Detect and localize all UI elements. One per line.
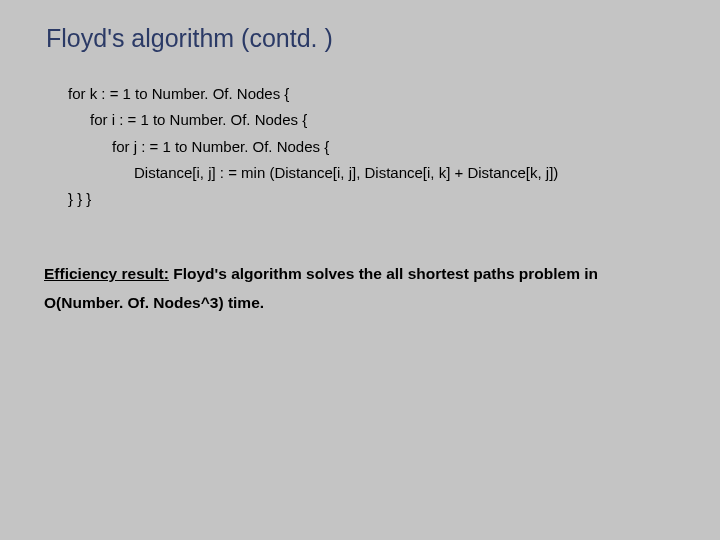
code-line-4: Distance[i, j] : = min (Distance[i, j], … xyxy=(68,160,676,186)
code-close-braces: } } } xyxy=(68,186,676,212)
code-line-1: for k : = 1 to Number. Of. Nodes { xyxy=(68,81,676,107)
code-line-3: for j : = 1 to Number. Of. Nodes { xyxy=(68,134,676,160)
efficiency-paragraph: Efficiency result: Floyd's algorithm sol… xyxy=(44,260,676,317)
efficiency-text-1: Floyd's algorithm solves the all shortes… xyxy=(169,265,598,282)
slide: Floyd's algorithm (contd. ) for k : = 1 … xyxy=(0,0,720,540)
pseudocode-block: for k : = 1 to Number. Of. Nodes { for i… xyxy=(68,81,676,212)
slide-title: Floyd's algorithm (contd. ) xyxy=(46,24,676,53)
efficiency-line-2: O(Number. Of. Nodes^3) time. xyxy=(44,289,676,318)
efficiency-line-1: Efficiency result: Floyd's algorithm sol… xyxy=(44,260,676,289)
efficiency-label: Efficiency result: xyxy=(44,265,169,282)
code-line-2: for i : = 1 to Number. Of. Nodes { xyxy=(68,107,676,133)
